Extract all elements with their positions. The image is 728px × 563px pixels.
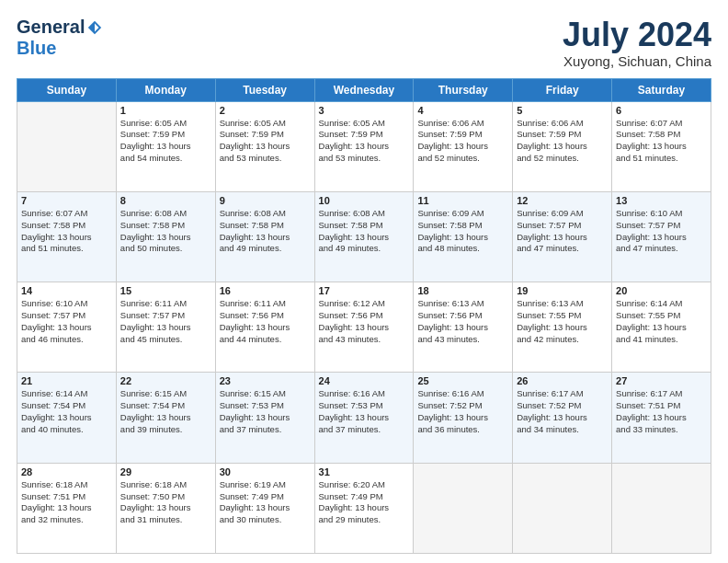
calendar-cell: 14Sunrise: 6:10 AMSunset: 7:57 PMDayligh… bbox=[17, 282, 117, 373]
day-info: Sunrise: 6:06 AMSunset: 7:59 PMDaylight:… bbox=[417, 118, 508, 165]
logo-blue-text: Blue bbox=[17, 38, 56, 59]
calendar-cell: 25Sunrise: 6:16 AMSunset: 7:52 PMDayligh… bbox=[414, 373, 513, 463]
calendar-cell: 29Sunrise: 6:18 AMSunset: 7:50 PMDayligh… bbox=[116, 463, 215, 553]
calendar-cell: 19Sunrise: 6:13 AMSunset: 7:55 PMDayligh… bbox=[513, 282, 612, 373]
day-number: 22 bbox=[120, 375, 211, 386]
logo-text: General bbox=[17, 17, 103, 38]
day-info: Sunrise: 6:07 AMSunset: 7:58 PMDaylight:… bbox=[616, 118, 707, 165]
calendar-cell: 31Sunrise: 6:20 AMSunset: 7:49 PMDayligh… bbox=[314, 463, 414, 553]
day-number: 20 bbox=[616, 285, 707, 296]
calendar-cell: 8Sunrise: 6:08 AMSunset: 7:58 PMDaylight… bbox=[116, 191, 215, 282]
day-number: 9 bbox=[220, 195, 311, 206]
calendar-cell: 16Sunrise: 6:11 AMSunset: 7:56 PMDayligh… bbox=[215, 282, 314, 373]
calendar-cell: 5Sunrise: 6:06 AMSunset: 7:59 PMDaylight… bbox=[513, 101, 612, 191]
calendar-week-3: 14Sunrise: 6:10 AMSunset: 7:57 PMDayligh… bbox=[17, 282, 711, 373]
column-header-saturday: Saturday bbox=[612, 78, 711, 101]
day-info: Sunrise: 6:14 AMSunset: 7:55 PMDaylight:… bbox=[616, 298, 707, 345]
calendar-week-2: 7Sunrise: 6:07 AMSunset: 7:58 PMDaylight… bbox=[17, 191, 711, 282]
day-info: Sunrise: 6:17 AMSunset: 7:51 PMDaylight:… bbox=[616, 388, 707, 435]
header: General Blue July 2024 Xuyong, Sichuan, … bbox=[17, 17, 711, 69]
calendar-cell bbox=[414, 463, 513, 553]
day-number: 6 bbox=[616, 105, 707, 116]
calendar-cell bbox=[612, 463, 711, 553]
logo: General Blue bbox=[17, 17, 103, 59]
day-info: Sunrise: 6:11 AMSunset: 7:56 PMDaylight:… bbox=[220, 298, 311, 345]
day-info: Sunrise: 6:08 AMSunset: 7:58 PMDaylight:… bbox=[220, 208, 311, 255]
day-info: Sunrise: 6:14 AMSunset: 7:54 PMDaylight:… bbox=[21, 388, 112, 435]
calendar-table: SundayMondayTuesdayWednesdayThursdayFrid… bbox=[17, 78, 711, 554]
day-number: 17 bbox=[319, 285, 410, 296]
day-number: 3 bbox=[319, 105, 410, 116]
calendar-cell: 11Sunrise: 6:09 AMSunset: 7:58 PMDayligh… bbox=[414, 191, 513, 282]
column-header-sunday: Sunday bbox=[17, 78, 117, 101]
day-number: 27 bbox=[616, 375, 707, 386]
calendar-cell: 23Sunrise: 6:15 AMSunset: 7:53 PMDayligh… bbox=[215, 373, 314, 463]
day-number: 10 bbox=[319, 195, 410, 206]
day-number: 15 bbox=[120, 285, 211, 296]
column-header-monday: Monday bbox=[116, 78, 215, 101]
day-number: 12 bbox=[517, 195, 608, 206]
calendar-cell: 28Sunrise: 6:18 AMSunset: 7:51 PMDayligh… bbox=[17, 463, 117, 553]
day-info: Sunrise: 6:20 AMSunset: 7:49 PMDaylight:… bbox=[319, 479, 410, 526]
day-number: 30 bbox=[220, 466, 311, 477]
day-info: Sunrise: 6:09 AMSunset: 7:57 PMDaylight:… bbox=[517, 208, 608, 255]
calendar-cell: 24Sunrise: 6:16 AMSunset: 7:53 PMDayligh… bbox=[314, 373, 414, 463]
calendar-header-row: SundayMondayTuesdayWednesdayThursdayFrid… bbox=[17, 78, 711, 101]
day-info: Sunrise: 6:05 AMSunset: 7:59 PMDaylight:… bbox=[120, 118, 211, 165]
column-header-thursday: Thursday bbox=[414, 78, 513, 101]
day-info: Sunrise: 6:10 AMSunset: 7:57 PMDaylight:… bbox=[21, 298, 112, 345]
day-number: 2 bbox=[220, 105, 311, 116]
calendar-cell: 22Sunrise: 6:15 AMSunset: 7:54 PMDayligh… bbox=[116, 373, 215, 463]
day-info: Sunrise: 6:05 AMSunset: 7:59 PMDaylight:… bbox=[319, 118, 410, 165]
main-title: July 2024 bbox=[563, 17, 711, 53]
calendar-cell: 1Sunrise: 6:05 AMSunset: 7:59 PMDaylight… bbox=[116, 101, 215, 191]
day-number: 1 bbox=[120, 105, 211, 116]
day-number: 16 bbox=[220, 285, 311, 296]
day-info: Sunrise: 6:16 AMSunset: 7:53 PMDaylight:… bbox=[319, 388, 410, 435]
calendar-cell: 13Sunrise: 6:10 AMSunset: 7:57 PMDayligh… bbox=[612, 191, 711, 282]
day-info: Sunrise: 6:15 AMSunset: 7:54 PMDaylight:… bbox=[120, 388, 211, 435]
day-number: 8 bbox=[120, 195, 211, 206]
title-block: July 2024 Xuyong, Sichuan, China bbox=[563, 17, 711, 69]
day-number: 24 bbox=[319, 375, 410, 386]
calendar-cell: 6Sunrise: 6:07 AMSunset: 7:58 PMDaylight… bbox=[612, 101, 711, 191]
day-number: 13 bbox=[616, 195, 707, 206]
day-number: 23 bbox=[220, 375, 311, 386]
page: General Blue July 2024 Xuyong, Sichuan, … bbox=[0, 0, 728, 563]
day-info: Sunrise: 6:13 AMSunset: 7:56 PMDaylight:… bbox=[417, 298, 508, 345]
calendar-week-5: 28Sunrise: 6:18 AMSunset: 7:51 PMDayligh… bbox=[17, 463, 711, 553]
day-number: 29 bbox=[120, 466, 211, 477]
calendar-cell: 27Sunrise: 6:17 AMSunset: 7:51 PMDayligh… bbox=[612, 373, 711, 463]
day-info: Sunrise: 6:07 AMSunset: 7:58 PMDaylight:… bbox=[21, 208, 112, 255]
calendar-cell: 20Sunrise: 6:14 AMSunset: 7:55 PMDayligh… bbox=[612, 282, 711, 373]
day-info: Sunrise: 6:18 AMSunset: 7:50 PMDaylight:… bbox=[120, 479, 211, 526]
day-info: Sunrise: 6:08 AMSunset: 7:58 PMDaylight:… bbox=[120, 208, 211, 255]
day-info: Sunrise: 6:15 AMSunset: 7:53 PMDaylight:… bbox=[220, 388, 311, 435]
day-info: Sunrise: 6:18 AMSunset: 7:51 PMDaylight:… bbox=[21, 479, 112, 526]
day-info: Sunrise: 6:16 AMSunset: 7:52 PMDaylight:… bbox=[417, 388, 508, 435]
calendar-cell: 26Sunrise: 6:17 AMSunset: 7:52 PMDayligh… bbox=[513, 373, 612, 463]
calendar-week-4: 21Sunrise: 6:14 AMSunset: 7:54 PMDayligh… bbox=[17, 373, 711, 463]
logo-icon bbox=[86, 19, 103, 36]
subtitle: Xuyong, Sichuan, China bbox=[563, 53, 711, 69]
calendar-cell: 2Sunrise: 6:05 AMSunset: 7:59 PMDaylight… bbox=[215, 101, 314, 191]
day-number: 18 bbox=[417, 285, 508, 296]
calendar-cell: 10Sunrise: 6:08 AMSunset: 7:58 PMDayligh… bbox=[314, 191, 414, 282]
logo-general: General bbox=[17, 17, 85, 38]
day-number: 4 bbox=[417, 105, 508, 116]
day-number: 5 bbox=[517, 105, 608, 116]
column-header-tuesday: Tuesday bbox=[215, 78, 314, 101]
calendar-cell: 3Sunrise: 6:05 AMSunset: 7:59 PMDaylight… bbox=[314, 101, 414, 191]
calendar-cell bbox=[513, 463, 612, 553]
calendar-cell: 17Sunrise: 6:12 AMSunset: 7:56 PMDayligh… bbox=[314, 282, 414, 373]
calendar-cell: 7Sunrise: 6:07 AMSunset: 7:58 PMDaylight… bbox=[17, 191, 117, 282]
day-number: 26 bbox=[517, 375, 608, 386]
day-number: 28 bbox=[21, 466, 112, 477]
day-number: 7 bbox=[21, 195, 112, 206]
calendar-cell: 12Sunrise: 6:09 AMSunset: 7:57 PMDayligh… bbox=[513, 191, 612, 282]
day-info: Sunrise: 6:10 AMSunset: 7:57 PMDaylight:… bbox=[616, 208, 707, 255]
day-info: Sunrise: 6:19 AMSunset: 7:49 PMDaylight:… bbox=[220, 479, 311, 526]
calendar-cell: 15Sunrise: 6:11 AMSunset: 7:57 PMDayligh… bbox=[116, 282, 215, 373]
day-number: 14 bbox=[21, 285, 112, 296]
day-info: Sunrise: 6:09 AMSunset: 7:58 PMDaylight:… bbox=[417, 208, 508, 255]
